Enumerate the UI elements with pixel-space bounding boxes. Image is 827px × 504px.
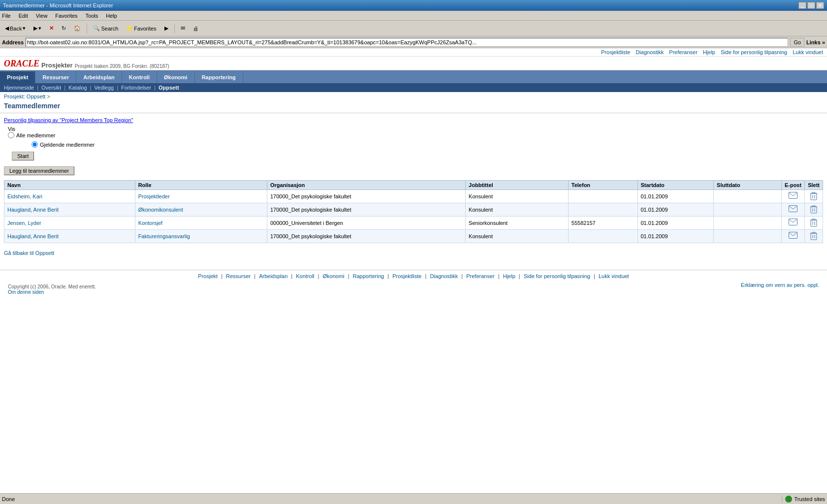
tab-prosjekt[interactable]: Prosjekt (0, 71, 35, 83)
about-link[interactable]: Om denne siden (8, 289, 44, 295)
tab-kontroll[interactable]: Kontroll (122, 71, 157, 83)
print-button[interactable]: 🖨 (190, 23, 201, 34)
personalize-anchor[interactable]: Personlig tilpasning av "Project Members… (4, 117, 133, 123)
toplink-diagnostikk[interactable]: Diagnostikk (636, 49, 664, 55)
toplink-personlig[interactable]: Side for personlig tilpasning (721, 49, 787, 55)
rolle-link-3[interactable]: Faktureringsansvarlig (138, 233, 190, 239)
title-bar: Teammedlemmer - Microsoft Internet Explo… (0, 0, 827, 11)
search-button[interactable]: 🔍 Search (90, 23, 121, 34)
footer-prosjekt[interactable]: Prosjekt (198, 273, 218, 279)
footer-diagnostikk[interactable]: Diagnostikk (430, 273, 458, 279)
breadcrumb-link[interactable]: Prosjekt: Oppsett (4, 94, 45, 99)
top-links-bar: Prosjektliste Diagnostikk Preferanser Hj… (0, 48, 827, 57)
footer-rapportering[interactable]: Rapportering (353, 273, 384, 279)
col-slett: Slett (805, 181, 823, 190)
add-team-member-button[interactable]: Legg til teammedlemmer (4, 166, 74, 175)
radio-alle-label[interactable]: Alle medlemmer (8, 132, 823, 138)
email-icon-1[interactable] (789, 205, 797, 214)
privacy-anchor[interactable]: Erklæring om vern av pers. oppl. (741, 282, 819, 288)
footer-arbeidsplan[interactable]: Arbeidsplan (259, 273, 287, 279)
footer-okonomi[interactable]: Økonomi (323, 273, 345, 279)
rolle-link-1[interactable]: Økonomikonsulent (138, 207, 183, 213)
window-controls[interactable]: _ □ ✕ (798, 2, 824, 9)
nav-vedlegg[interactable]: Vedlegg (94, 85, 114, 91)
toplink-hjelp[interactable]: Hjelp (703, 49, 715, 55)
menu-help[interactable]: Help (106, 13, 117, 19)
tab-arbeidsplan[interactable]: Arbeidsplan (76, 71, 122, 83)
tab-okonomi[interactable]: Økonomi (157, 71, 195, 83)
tab-ressurser[interactable]: Ressurser (35, 71, 76, 83)
tab-rapportering[interactable]: Rapportering (195, 71, 243, 83)
navn-link-3[interactable]: Haugland, Anne Berit (7, 233, 59, 239)
rolle-link-0[interactable]: Prosjektleder (138, 193, 170, 199)
menu-edit[interactable]: Edit (19, 13, 28, 19)
footer-kontroll[interactable]: Kontroll (296, 273, 314, 279)
radio-gjeldende[interactable] (32, 141, 38, 148)
menu-view[interactable]: View (36, 13, 48, 19)
go-button[interactable]: Go (790, 38, 804, 47)
members-table: Navn Rolle Organisasjon Jobbtittel Telef… (4, 180, 823, 243)
refresh-button[interactable]: ↻ (59, 23, 69, 34)
email-icon-2[interactable] (789, 219, 797, 227)
mail-button[interactable]: ✉ (178, 23, 188, 34)
footer-ressurser[interactable]: Ressurser (226, 273, 251, 279)
back-anchor[interactable]: Gå tilbake til Oppsett (4, 250, 54, 256)
toplink-preferanser[interactable]: Preferanser (669, 49, 697, 55)
delete-icon-2[interactable] (809, 218, 818, 227)
nav-oversikt[interactable]: Oversikt (41, 85, 61, 91)
minimize-button[interactable]: _ (798, 2, 806, 9)
nav-sep-3: | (90, 85, 92, 91)
footer-lukk[interactable]: Lukk vinduet (599, 273, 629, 279)
radio-gjeldende-label[interactable]: Gjeldende medlemmer (32, 141, 823, 148)
oracle-header: ORACLE Prosjekter Prosjekt Isaken 2009, … (0, 57, 827, 70)
menu-favorites[interactable]: Favorites (55, 13, 77, 19)
footer-prosjektliste[interactable]: Prosjektliste (392, 273, 421, 279)
menu-file[interactable]: File (2, 13, 11, 19)
start-button[interactable]: Start (12, 152, 34, 160)
navn-link-0[interactable]: Eidsheim, Kari (7, 193, 42, 199)
menu-bar: File Edit View Favorites Tools Help (0, 11, 827, 21)
email-icon-0[interactable] (789, 192, 797, 201)
col-startdato: Startdato (637, 181, 714, 190)
forward-icon: ▶ (33, 25, 37, 32)
refresh-icon: ↻ (62, 25, 66, 32)
nav-katalog[interactable]: Katalog (68, 85, 87, 91)
back-button[interactable]: ◀ Back ▾ (2, 23, 29, 34)
nav-oppsett-active: Oppsett (159, 85, 179, 91)
links-button[interactable]: Links » (806, 39, 825, 45)
forward-button[interactable]: ▶ ▾ (31, 23, 44, 34)
back-icon: ◀ (5, 25, 9, 32)
footer-hjelp[interactable]: Hjelp (503, 273, 515, 279)
rolle-link-2[interactable]: Kontorsjef (138, 220, 163, 226)
page-title: Teammedlemmer (0, 101, 827, 113)
toplink-lukk[interactable]: Lukk vinduet (793, 49, 823, 55)
col-org: Organisasjon (267, 181, 465, 190)
menu-tools[interactable]: Tools (86, 13, 98, 19)
footer-preferanser[interactable]: Preferanser (466, 273, 494, 279)
svg-rect-16 (811, 233, 817, 240)
media-button[interactable]: ▶ (161, 23, 171, 34)
svg-rect-0 (789, 192, 797, 199)
navn-link-1[interactable]: Haugland, Anne Berit (7, 207, 59, 213)
delete-icon-3[interactable] (809, 231, 818, 240)
maximize-button[interactable]: □ (807, 2, 815, 9)
col-jobbtittel: Jobbtittel (466, 181, 569, 190)
svg-rect-5 (789, 206, 797, 212)
home-icon: 🏠 (74, 25, 81, 32)
radio-alle[interactable] (8, 132, 14, 138)
email-icon-3[interactable] (789, 232, 797, 241)
favorites-button[interactable]: ⭐ Favorites (123, 23, 159, 34)
toplink-prosjektliste[interactable]: Prosjektliste (601, 49, 630, 55)
oracle-logo-area: ORACLE Prosjekter Prosjekt Isaken 2009, … (4, 59, 169, 69)
nav-hjemmeside[interactable]: Hjemmeside (4, 85, 34, 91)
nav-forbindelser[interactable]: Forbindelser (121, 85, 151, 91)
stop-button[interactable]: ✕ (46, 23, 57, 34)
delete-icon-1[interactable] (809, 205, 818, 214)
home-button[interactable]: 🏠 (71, 23, 84, 34)
footer-personlig[interactable]: Side for personlig tilpasning (524, 273, 590, 279)
address-input[interactable] (26, 38, 788, 47)
delete-icon-0[interactable] (809, 191, 818, 200)
navn-link-2[interactable]: Jensen, Lyder (7, 220, 41, 226)
close-button[interactable]: ✕ (816, 2, 824, 9)
back-link: Gå tilbake til Oppsett (4, 250, 823, 256)
